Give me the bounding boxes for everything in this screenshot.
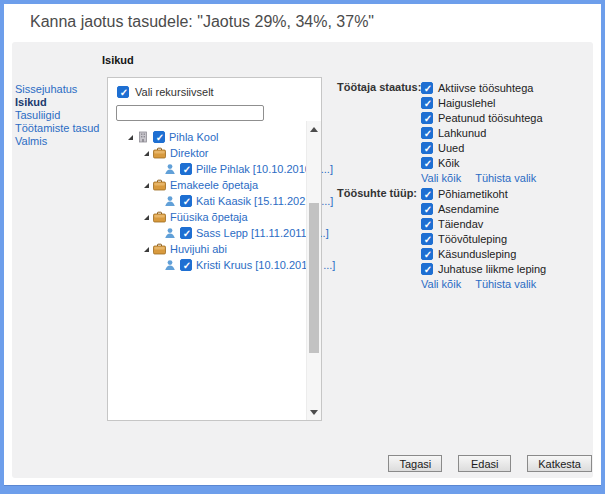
recursive-select-checkbox[interactable]: [117, 86, 129, 98]
status-option-checkbox[interactable]: [421, 112, 433, 124]
bottom-accent-bar: [4, 485, 601, 490]
person-icon: [164, 259, 176, 271]
status-option-label: Lahkunud: [438, 127, 486, 139]
status-option-checkbox[interactable]: [421, 82, 433, 94]
type-option-label: Töövõtuleping: [438, 233, 507, 245]
dialog-window: Kanna jaotus tasudele: "Jaotus 29%, 34%,…: [0, 0, 605, 494]
sidebar-item-isikud[interactable]: Isikud: [15, 96, 111, 109]
dialog-body: Sissejuhatus Isikud Tasuliigid Töötamist…: [12, 42, 593, 478]
status-clear-link[interactable]: Tühista valik: [475, 172, 536, 184]
type-option-label: Juhatuse liikme leping: [438, 263, 546, 275]
tree-row[interactable]: Huvijuhi abi: [108, 241, 321, 257]
type-option-row: Töövõtuleping: [421, 231, 546, 246]
status-group-links: Vali kõik Tühista valik: [421, 172, 543, 184]
type-option-label: Täiendav: [438, 218, 483, 230]
type-option-label: Käsundusleping: [438, 248, 516, 260]
type-option-label: Asendamine: [438, 203, 499, 215]
tree-expand-arrow[interactable]: [144, 215, 149, 220]
briefcase-icon: [153, 211, 166, 223]
type-option-row: Käsundusleping: [421, 246, 546, 261]
employee-status-label: Töötaja staatus:: [337, 80, 421, 184]
type-option-checkbox[interactable]: [421, 203, 433, 215]
status-option-row: Lahkunud: [421, 125, 543, 140]
section-title: Isikud: [102, 54, 134, 66]
sidebar-item-sissejuhatus[interactable]: Sissejuhatus: [15, 83, 111, 96]
recursive-select-label: Vali rekursiivselt: [135, 86, 214, 98]
type-option-checkbox[interactable]: [421, 233, 433, 245]
tree-node-checkbox[interactable]: [180, 163, 192, 175]
status-option-row: Peatunud töösuhtega: [421, 110, 543, 125]
katkesta-button[interactable]: Katkesta: [527, 455, 592, 472]
tree-row[interactable]: Emakeele õpetaja: [108, 177, 321, 193]
sidebar-item-tasuliigid[interactable]: Tasuliigid: [15, 109, 111, 122]
type-group-links: Vali kõik Tühista valik: [421, 278, 546, 290]
triangle-down-icon: [310, 410, 318, 415]
footer-buttons: Tagasi Edasi Katkesta: [388, 455, 592, 472]
status-option-label: Peatunud töösuhtega: [438, 112, 543, 124]
tree-node-checkbox[interactable]: [180, 195, 192, 207]
tree-expand-arrow[interactable]: [144, 183, 149, 188]
recursive-select-row: Vali rekursiivselt: [108, 78, 321, 98]
tree-filter-input[interactable]: [116, 105, 264, 121]
status-option-label: Kõik: [438, 157, 459, 169]
tree-scrollbar[interactable]: [306, 121, 321, 420]
tree-expand-arrow[interactable]: [144, 247, 149, 252]
status-option-label: Uued: [438, 142, 464, 154]
page-title: Kanna jaotus tasudele: "Jaotus 29%, 34%,…: [30, 13, 374, 31]
type-option-row: Põhiametikoht: [421, 186, 546, 201]
employment-type-label: Töösuhte tüüp:: [337, 186, 421, 290]
status-option-checkbox[interactable]: [421, 157, 433, 169]
type-clear-link[interactable]: Tühista valik: [475, 278, 536, 290]
type-option-checkbox[interactable]: [421, 263, 433, 275]
status-option-checkbox[interactable]: [421, 142, 433, 154]
tree-row[interactable]: Sass Lepp [11.11.2011 - ...]: [108, 225, 321, 241]
status-option-label: Haiguslehel: [438, 97, 495, 109]
briefcase-icon: [153, 179, 166, 191]
tagasi-button[interactable]: Tagasi: [388, 455, 442, 472]
tree-row[interactable]: Kati Kaasik [15.11.2021 - ...]: [108, 193, 321, 209]
type-select-all-link[interactable]: Vali kõik: [421, 278, 461, 290]
status-option-row: Uued: [421, 140, 543, 155]
status-option-checkbox[interactable]: [421, 127, 433, 139]
person-icon: [164, 227, 176, 239]
tree-node-label[interactable]: Huvijuhi abi: [170, 243, 227, 255]
briefcase-icon: [153, 147, 166, 159]
tree-row[interactable]: Füüsika õpetaja: [108, 209, 321, 225]
status-option-checkbox[interactable]: [421, 97, 433, 109]
tree-row[interactable]: Pihla Kool: [108, 129, 321, 145]
tree-row[interactable]: Kristi Kruus [10.10.2010 - ...]: [108, 257, 321, 273]
status-select-all-link[interactable]: Vali kõik: [421, 172, 461, 184]
tree-expand-arrow[interactable]: [144, 151, 149, 156]
tree-node-label[interactable]: Direktor: [170, 147, 209, 159]
status-option-row: Aktiivse töösuhtega: [421, 80, 543, 95]
tree-node-label[interactable]: Emakeele õpetaja: [170, 179, 258, 191]
tree-node-checkbox[interactable]: [180, 227, 192, 239]
employment-type-group: Töösuhte tüüp: Põhiametikoht Asendamine: [337, 186, 546, 290]
building-icon: [137, 131, 149, 143]
type-option-row: Juhatuse liikme leping: [421, 261, 546, 276]
type-option-checkbox[interactable]: [421, 248, 433, 260]
scroll-down-button[interactable]: [307, 406, 321, 418]
sidebar-item-tootamiste-tasud[interactable]: Töötamiste tasud: [15, 122, 111, 135]
tree-expand-arrow[interactable]: [128, 135, 133, 140]
tree-row[interactable]: Direktor: [108, 145, 321, 161]
tree-node-label[interactable]: Pihla Kool: [169, 131, 219, 143]
person-icon: [164, 195, 176, 207]
employment-type-options: Põhiametikoht Asendamine Täiendav: [421, 186, 546, 276]
tree-node-label[interactable]: Füüsika õpetaja: [170, 211, 248, 223]
tree-node-checkbox[interactable]: [180, 259, 192, 271]
person-tree: Pihla Kool Direktor: [108, 129, 321, 273]
status-option-row: Haiguslehel: [421, 95, 543, 110]
tree-node-checkbox[interactable]: [153, 131, 165, 143]
scrollbar-thumb[interactable]: [309, 203, 319, 353]
scroll-up-button[interactable]: [307, 123, 321, 135]
type-option-checkbox[interactable]: [421, 218, 433, 230]
person-tree-panel: Vali rekursiivselt Pihla Kool: [107, 77, 322, 421]
sidebar-item-valmis[interactable]: Valmis: [15, 135, 111, 148]
tree-row[interactable]: Pille Pihlak [10.10.2010 - ...]: [108, 161, 321, 177]
triangle-up-icon: [310, 127, 318, 132]
status-option-row: Kõik: [421, 155, 543, 170]
edasi-button[interactable]: Edasi: [458, 455, 511, 472]
type-option-checkbox[interactable]: [421, 188, 433, 200]
type-option-row: Täiendav: [421, 216, 546, 231]
